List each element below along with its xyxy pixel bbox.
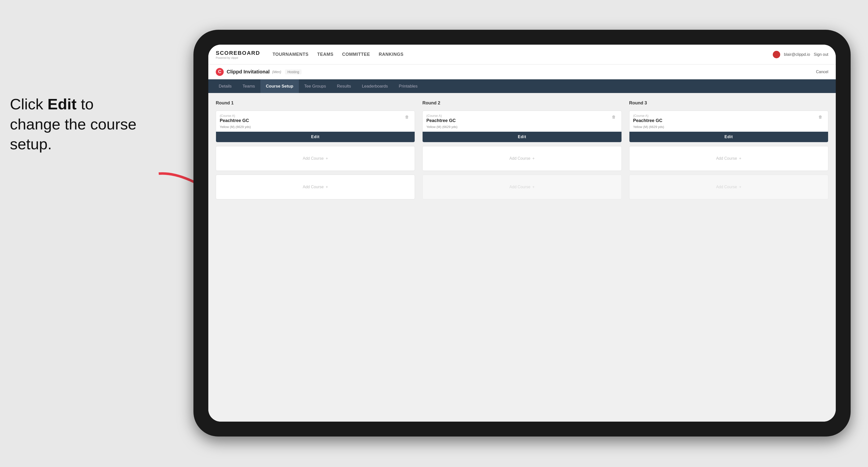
round-2-title: Round 2 (422, 100, 621, 106)
tab-tee-groups[interactable]: Tee Groups (299, 80, 332, 93)
round-1-plus-icon-1: + (326, 156, 328, 161)
round-2-add-course-1-label: Add Course (509, 156, 530, 161)
sign-out-link[interactable]: Sign out (814, 52, 828, 57)
logo-area: SCOREBOARD Powered by clippd (216, 50, 260, 59)
round-3-add-course-1[interactable]: Add Course + (629, 146, 828, 171)
tablet-screen: SCOREBOARD Powered by clippd TOURNAMENTS… (208, 44, 836, 422)
tab-teams[interactable]: Teams (237, 80, 260, 93)
round-3-add-course-2: Add Course + (629, 175, 828, 199)
round-3-col: Round 3 (Course A) Peachtree GC 🗑 Yellow… (629, 100, 828, 199)
round-2-course-name: Peachtree GC (426, 118, 456, 123)
round-2-add-course-1[interactable]: Add Course + (422, 146, 621, 171)
tab-printables[interactable]: Printables (393, 80, 423, 93)
round-1-course-card: (Course A) Peachtree GC 🗑 Yellow (M) (66… (216, 111, 415, 142)
round-2-edit-button[interactable]: Edit (423, 132, 621, 142)
round-1-course-label: (Course A) (220, 114, 249, 118)
round-3-course-name: Peachtree GC (633, 118, 662, 123)
rounds-grid: Round 1 (Course A) Peachtree GC 🗑 Yellow… (216, 100, 828, 199)
tab-course-setup[interactable]: Course Setup (260, 80, 299, 93)
tournament-name: Clippd Invitational (227, 69, 270, 75)
round-3-plus-icon-1: + (739, 156, 741, 161)
round-2-add-course-2: Add Course + (422, 175, 621, 199)
nav-teams[interactable]: TEAMS (317, 52, 334, 57)
round-1-add-course-1[interactable]: Add Course + (216, 146, 415, 171)
round-1-add-course-2[interactable]: Add Course + (216, 175, 415, 199)
tabs-bar: Details Teams Course Setup Tee Groups Re… (208, 80, 836, 93)
sub-header: C Clippd Invitational (Men) Hosting Canc… (208, 64, 836, 80)
round-1-title: Round 1 (216, 100, 415, 106)
tablet-frame: SCOREBOARD Powered by clippd TOURNAMENTS… (193, 30, 850, 436)
round-3-delete-icon[interactable]: 🗑 (816, 114, 824, 120)
round-3-title: Round 3 (629, 100, 828, 106)
round-1-plus-icon-2: + (326, 185, 328, 189)
instruction-prefix: Click (10, 95, 48, 113)
round-3-course-label: (Course A) (633, 114, 662, 118)
tab-leaderboards[interactable]: Leaderboards (356, 80, 393, 93)
round-2-course-details: Yellow (M) (6629 yds) (423, 125, 621, 132)
round-2-add-course-2-label: Add Course (509, 185, 530, 189)
round-3-add-course-1-label: Add Course (716, 156, 737, 161)
cancel-button[interactable]: Cancel (816, 70, 828, 74)
round-3-course-details: Yellow (M) (6629 yds) (629, 125, 828, 132)
nav-tournaments[interactable]: TOURNAMENTS (273, 52, 309, 57)
round-2-course-card: (Course A) Peachtree GC 🗑 Yellow (M) (66… (422, 111, 621, 142)
round-3-course-card: (Course A) Peachtree GC 🗑 Yellow (M) (66… (629, 111, 828, 142)
round-2-plus-icon-2: + (532, 185, 535, 189)
round-2-delete-icon[interactable]: 🗑 (610, 114, 618, 120)
nav-committee[interactable]: COMMITTEE (342, 52, 370, 57)
instruction-bold: Edit (48, 95, 76, 113)
nav-right: blair@clippd.io Sign out (773, 51, 828, 58)
round-1-col: Round 1 (Course A) Peachtree GC 🗑 Yellow… (216, 100, 415, 199)
user-avatar (773, 51, 780, 58)
instruction-text: Click Edit to change the course setup. (0, 84, 149, 164)
round-3-plus-icon-2: + (739, 185, 741, 189)
top-nav: SCOREBOARD Powered by clippd TOURNAMENTS… (208, 44, 836, 64)
round-1-add-course-2-label: Add Course (303, 185, 324, 189)
round-2-course-header: (Course A) Peachtree GC 🗑 (423, 111, 621, 125)
tab-results[interactable]: Results (331, 80, 356, 93)
logo-powered: Powered by clippd (216, 56, 260, 59)
round-1-course-name: Peachtree GC (220, 118, 249, 123)
round-1-edit-button[interactable]: Edit (216, 132, 415, 142)
round-2-col: Round 2 (Course A) Peachtree GC 🗑 Yellow… (422, 100, 621, 199)
round-1-add-course-1-label: Add Course (303, 156, 324, 161)
round-2-plus-icon-1: + (532, 156, 535, 161)
round-2-course-label: (Course A) (426, 114, 456, 118)
nav-rankings[interactable]: RANKINGS (379, 52, 403, 57)
round-3-edit-button[interactable]: Edit (629, 132, 828, 142)
logo-scoreboard: SCOREBOARD (216, 50, 260, 56)
hosting-badge: Hosting (285, 69, 302, 74)
round-1-course-header: (Course A) Peachtree GC 🗑 (216, 111, 415, 125)
round-3-course-header: (Course A) Peachtree GC 🗑 (629, 111, 828, 125)
tournament-gender: (Men) (272, 70, 281, 74)
round-1-course-details: Yellow (M) (6629 yds) (216, 125, 415, 132)
main-content: Round 1 (Course A) Peachtree GC 🗑 Yellow… (208, 93, 836, 422)
nav-links: TOURNAMENTS TEAMS COMMITTEE RANKINGS (273, 52, 773, 57)
tournament-logo: C (216, 68, 224, 76)
round-3-add-course-2-label: Add Course (716, 185, 737, 189)
tab-details[interactable]: Details (213, 80, 237, 93)
user-email: blair@clippd.io (784, 52, 810, 57)
round-1-delete-icon[interactable]: 🗑 (403, 114, 411, 120)
